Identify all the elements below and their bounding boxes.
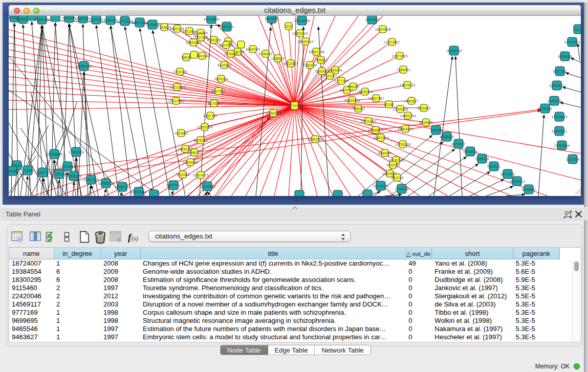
svg-text:6899695: 6899695 (419, 121, 432, 124)
svg-text:1498222: 1498222 (187, 151, 201, 155)
svg-text:15720407: 15720407 (360, 120, 376, 123)
svg-text:17957255: 17957255 (83, 178, 99, 182)
svg-text:8186328: 8186328 (207, 38, 221, 42)
svg-text:8878312: 8878312 (193, 139, 207, 142)
svg-text:10688609: 10688609 (367, 128, 383, 132)
svg-text:9329986: 9329986 (558, 55, 572, 58)
svg-text:8471676: 8471676 (500, 172, 514, 176)
svg-text:18807293: 18807293 (373, 136, 388, 140)
svg-text:252214: 252214 (391, 176, 403, 180)
svg-text:10719155: 10719155 (117, 19, 133, 23)
svg-text:10107553: 10107553 (168, 99, 184, 103)
svg-text:1615132: 1615132 (386, 163, 400, 167)
svg-text:16245314: 16245314 (357, 90, 373, 94)
svg-text:9463627: 9463627 (404, 99, 418, 103)
svg-text:16033809: 16033809 (203, 17, 219, 21)
svg-text:9146821: 9146821 (258, 52, 272, 56)
svg-text:10958127: 10958127 (98, 182, 114, 185)
svg-text:10507487: 10507487 (368, 97, 384, 100)
svg-text:526: 526 (286, 25, 292, 28)
svg-text:164095: 164095 (430, 128, 442, 132)
svg-text:12342757: 12342757 (35, 171, 51, 174)
svg-text:17016504: 17016504 (554, 144, 570, 147)
svg-text:2935114: 2935114 (475, 157, 489, 161)
svg-text:9245652: 9245652 (521, 188, 535, 191)
svg-text:817004: 817004 (208, 102, 220, 105)
svg-text:14099489: 14099489 (182, 161, 198, 164)
svg-text:12213967: 12213967 (384, 40, 400, 44)
svg-text:8267150: 8267150 (203, 114, 217, 118)
svg-text:9457791: 9457791 (166, 184, 180, 187)
svg-text:1112: 1112 (575, 28, 581, 31)
svg-text:1167534: 1167534 (566, 158, 580, 161)
svg-text:15716485: 15716485 (199, 185, 215, 188)
svg-text:8454749: 8454749 (246, 48, 259, 51)
svg-text:20691406: 20691406 (34, 18, 50, 21)
svg-text:9327505: 9327505 (194, 36, 208, 39)
svg-text:14136141: 14136141 (373, 184, 388, 188)
svg-text:15751074: 15751074 (564, 40, 580, 44)
svg-text:19218506: 19218506 (294, 19, 310, 23)
svg-text:19654923: 19654923 (397, 127, 413, 131)
svg-text:9605135: 9605135 (62, 16, 76, 20)
svg-text:12505135: 12505135 (66, 174, 81, 178)
svg-text:20206556: 20206556 (46, 152, 62, 156)
svg-text:3875685: 3875685 (224, 52, 237, 56)
svg-text:1215682: 1215682 (20, 169, 34, 172)
svg-text:8322037: 8322037 (284, 62, 297, 65)
svg-text:16154808: 16154808 (375, 28, 390, 31)
svg-text:2803144: 2803144 (214, 77, 228, 81)
svg-text:2718126: 2718126 (173, 70, 187, 74)
svg-text:8427512: 8427512 (211, 90, 225, 93)
svg-text:1244415: 1244415 (547, 99, 561, 103)
svg-text:9474444: 9474444 (463, 150, 477, 154)
svg-text:10973493: 10973493 (391, 54, 407, 58)
svg-text:7632621: 7632621 (487, 165, 500, 168)
svg-text:2087682: 2087682 (365, 18, 379, 21)
svg-text:7485063: 7485063 (396, 68, 410, 72)
svg-text:39158: 39158 (9, 169, 17, 173)
svg-text:10653287: 10653287 (75, 17, 91, 20)
svg-text:9227342: 9227342 (553, 70, 567, 73)
svg-text:9242848: 9242848 (217, 63, 231, 67)
svg-text:98901: 98901 (181, 56, 191, 59)
svg-text:18724007: 18724007 (287, 104, 302, 107)
svg-text:16961758: 16961758 (308, 50, 324, 54)
svg-text:9084067: 9084067 (378, 151, 391, 155)
svg-text:1145194: 1145194 (53, 172, 67, 176)
svg-text:15692971: 15692971 (551, 129, 567, 133)
svg-text:16543382: 16543382 (185, 41, 201, 45)
svg-text:19756928: 19756928 (395, 143, 410, 146)
svg-text:6966160: 6966160 (103, 18, 117, 22)
svg-text:19300215: 19300215 (265, 112, 281, 115)
svg-text:21364436: 21364436 (344, 99, 360, 102)
svg-text:9327505: 9327505 (219, 43, 233, 47)
svg-text:7515526: 7515526 (145, 23, 159, 27)
svg-text:12353594: 12353594 (197, 125, 212, 129)
svg-text:10025458: 10025458 (392, 107, 408, 111)
svg-text:1588520: 1588520 (271, 57, 285, 60)
svg-text:8938918: 8938918 (440, 135, 453, 139)
svg-text:6934024: 6934024 (328, 69, 342, 72)
svg-text:16210643: 16210643 (551, 115, 567, 119)
svg-text:7955812: 7955812 (314, 58, 328, 62)
svg-text:1362625: 1362625 (303, 63, 317, 67)
svg-text:8813054: 8813054 (265, 17, 278, 20)
svg-text:62160: 62160 (384, 103, 394, 106)
svg-text:16648784: 16648784 (446, 49, 462, 53)
svg-text:12975115: 12975115 (400, 83, 416, 87)
svg-text:7857224: 7857224 (220, 25, 233, 29)
svg-text:7986322: 7986322 (351, 107, 365, 111)
svg-text:14495794: 14495794 (400, 114, 416, 118)
svg-text:15640910: 15640910 (297, 40, 313, 43)
svg-text:9777169: 9777169 (334, 79, 348, 83)
svg-text:9115460: 9115460 (417, 106, 431, 110)
svg-text:8990443: 8990443 (315, 70, 329, 73)
svg-text:16914479: 16914479 (192, 173, 208, 177)
svg-text:12213363: 12213363 (169, 85, 185, 89)
svg-text:17359924: 17359924 (68, 150, 84, 154)
svg-text:10654112: 10654112 (509, 180, 525, 183)
svg-text:7625402: 7625402 (176, 173, 189, 177)
svg-text:3215955: 3215955 (538, 107, 552, 111)
svg-text:12923448: 12923448 (130, 190, 146, 194)
